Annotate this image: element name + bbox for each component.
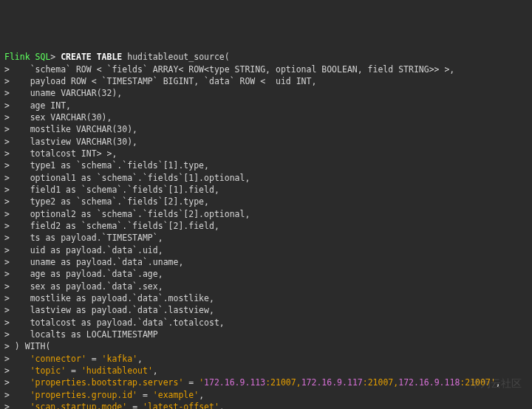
continuation-line[interactable]: > mostlike VARCHAR(30), <box>4 123 528 135</box>
continuation-line[interactable]: > optional2 as `schema`.`fields`[2].opti… <box>4 208 528 220</box>
continuation-line[interactable]: > field2 as `schema`.`fields`[2].field, <box>4 220 528 232</box>
continuation-line[interactable]: > ts as payload.`TIMESTAMP`, <box>4 232 528 244</box>
continuation-line[interactable]: > totalcost as payload.`data`.totalcost, <box>4 317 528 329</box>
continuation-line[interactable]: > lastview VARCHAR(30), <box>4 136 528 148</box>
continuation-line[interactable]: > mostlike as payload.`data`.mostlike, <box>4 292 528 304</box>
continuation-line[interactable]: > 'properties.group.id' = 'example', <box>4 389 528 401</box>
continuation-line[interactable]: > field1 as `schema`.`fields`[1].field, <box>4 184 528 196</box>
continuation-line[interactable]: > optional1 as `schema`.`fields`[1].opti… <box>4 172 528 184</box>
continuation-line[interactable]: > `schema` ROW < `fields` ARRAY< ROW<typ… <box>4 63 528 75</box>
continuation-line[interactable]: > localts as LOCALTIMESTAMP <box>4 329 528 340</box>
prompt-line[interactable]: Flink SQL> CREATE TABLE huditableout_sou… <box>4 51 528 63</box>
continuation-line[interactable]: > totalcost INT> >, <box>4 148 528 159</box>
continuation-line[interactable]: > payload ROW < `TIMESTAMP` BIGINT, `dat… <box>4 75 528 87</box>
continuation-line[interactable]: > lastview as payload.`data`.lastview, <box>4 304 528 316</box>
continuation-line[interactable]: > type1 as `schema`.`fields`[1].type, <box>4 159 528 171</box>
continuation-line[interactable]: > sex as payload.`data`.sex, <box>4 281 528 292</box>
continuation-line[interactable]: > ) WITH( <box>4 340 528 352</box>
continuation-line[interactable]: > type2 as `schema`.`fields`[2].type, <box>4 196 528 207</box>
continuation-line[interactable]: > uname VARCHAR(32), <box>4 87 528 99</box>
continuation-line[interactable]: > 'properties.bootstrap.servers' = '172.… <box>4 377 528 388</box>
continuation-line[interactable]: > 'connector' = 'kafka', <box>4 353 528 365</box>
continuation-line[interactable]: > age as payload.`data`.age, <box>4 268 528 280</box>
continuation-line[interactable]: > uid as payload.`data`.uid, <box>4 244 528 256</box>
terminal-output: Flink SQL> CREATE TABLE huditableout_sou… <box>4 51 528 409</box>
continuation-line[interactable]: > 'scan.startup.mode' = 'latest-offset', <box>4 401 528 409</box>
continuation-line[interactable]: > uname as payload.`data`.uname, <box>4 256 528 268</box>
continuation-line[interactable]: > 'topic' = 'huditableout', <box>4 365 528 377</box>
continuation-line[interactable]: > sex VARCHAR(30), <box>4 111 528 123</box>
continuation-line[interactable]: > age INT, <box>4 100 528 111</box>
